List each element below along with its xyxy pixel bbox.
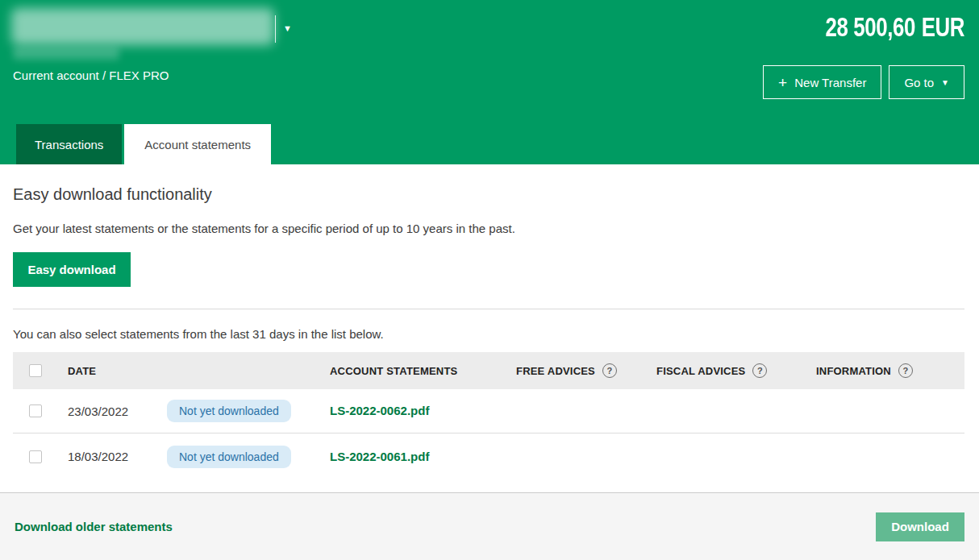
status-badge: Not yet downloaded — [167, 446, 291, 468]
row-checkbox-cell — [13, 404, 68, 417]
statement-date: 23/03/2022 — [68, 404, 167, 418]
download-older-statements-link[interactable]: Download older statements — [15, 520, 173, 533]
statement-file-cell: LS-2022-0061.pdf — [330, 450, 516, 464]
action-footer: Download older statements Download — [0, 492, 979, 560]
page-title: Easy download functionality — [13, 185, 966, 204]
column-header-information: INFORMATION ? — [816, 363, 964, 378]
table-row: 23/03/2022 Not yet downloaded LS-2022-00… — [13, 389, 964, 433]
help-icon[interactable]: ? — [898, 363, 913, 378]
tab-transactions[interactable]: Transactions — [16, 124, 122, 164]
help-icon[interactable]: ? — [602, 363, 617, 378]
statement-date: 18/03/2022 — [68, 450, 167, 463]
account-subtitle: Current account / FLEX PRO — [13, 68, 169, 82]
statement-status-cell: Not yet downloaded — [167, 446, 330, 468]
section-divider — [13, 309, 964, 309]
account-balance: 28 500,60 EUR — [825, 11, 964, 43]
account-header: ▼ Current account / FLEX PRO 28 500,60 E… — [0, 0, 979, 164]
download-button[interactable]: Download — [876, 512, 964, 541]
statement-file-link[interactable]: LS-2022-0061.pdf — [330, 450, 429, 463]
table-row: 18/03/2022 Not yet downloaded LS-2022-00… — [13, 433, 964, 479]
tab-account-statements[interactable]: Account statements — [124, 124, 271, 164]
tab-account-statements-label: Account statements — [144, 138, 251, 151]
select-all-cell — [13, 364, 68, 377]
status-badge: Not yet downloaded — [167, 400, 291, 422]
statement-status-cell: Not yet downloaded — [167, 400, 330, 422]
account-selector-caret-icon[interactable]: ▼ — [283, 21, 292, 35]
help-icon[interactable]: ? — [752, 363, 767, 378]
column-header-date: DATE — [68, 365, 167, 377]
statement-file-link[interactable]: LS-2022-0062.pdf — [330, 404, 429, 417]
column-header-statements: ACCOUNT STATEMENTS — [330, 365, 516, 377]
account-statements-page: ▼ Current account / FLEX PRO 28 500,60 E… — [0, 0, 979, 560]
column-header-fiscal-advices: FISCAL ADVICES ? — [656, 363, 816, 378]
balance-amount: 28 500,60 — [825, 11, 915, 43]
plus-icon: + — [778, 75, 787, 90]
balance-currency: EUR — [922, 11, 964, 43]
account-selector-divider — [275, 15, 276, 43]
statement-file-cell: LS-2022-0062.pdf — [330, 404, 516, 418]
account-number-redacted — [13, 48, 119, 60]
new-transfer-button[interactable]: + New Transfer — [763, 65, 881, 99]
statements-table: DATE ACCOUNT STATEMENTS FREE ADVICES ? F… — [13, 352, 964, 479]
list-hint: You can also select statements from the … — [13, 327, 966, 341]
chevron-down-icon: ▼ — [941, 78, 949, 87]
information-label: INFORMATION — [816, 365, 891, 377]
row-checkbox[interactable] — [29, 450, 42, 463]
tab-bar: Transactions Account statements — [16, 124, 271, 164]
new-transfer-label: New Transfer — [794, 76, 866, 89]
row-checkbox[interactable] — [29, 404, 42, 417]
select-all-checkbox[interactable] — [29, 364, 42, 377]
free-advices-label: FREE ADVICES — [516, 365, 595, 377]
column-header-free-advices: FREE ADVICES ? — [516, 363, 656, 378]
easy-download-description: Get your latest statements or the statem… — [13, 222, 966, 235]
go-to-label: Go to — [904, 76, 934, 89]
row-checkbox-cell — [13, 450, 68, 463]
table-header-row: DATE ACCOUNT STATEMENTS FREE ADVICES ? F… — [13, 352, 964, 389]
statements-content: Easy download functionality Get your lat… — [0, 185, 979, 479]
header-actions: + New Transfer Go to ▼ — [763, 65, 964, 99]
account-name-redacted — [11, 8, 274, 45]
tab-transactions-label: Transactions — [35, 138, 103, 151]
fiscal-advices-label: FISCAL ADVICES — [656, 365, 745, 377]
go-to-button[interactable]: Go to ▼ — [889, 65, 964, 99]
easy-download-button[interactable]: Easy download — [13, 252, 131, 287]
